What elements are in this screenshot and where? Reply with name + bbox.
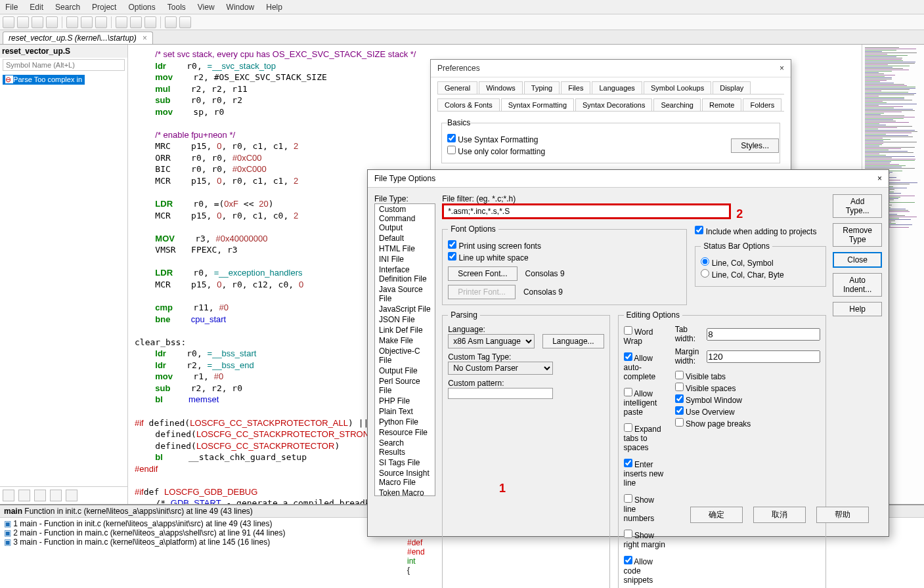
pref-tab-files[interactable]: Files (561, 81, 590, 94)
ok-button[interactable]: 确定 (690, 507, 743, 523)
file-type-item[interactable]: Make File (375, 335, 435, 346)
gear-icon[interactable] (66, 490, 77, 501)
menu-tools[interactable]: Tools (167, 3, 186, 12)
file-type-item[interactable]: Plain Text (375, 406, 435, 417)
tool-redo-icon[interactable] (179, 16, 191, 28)
radio-line-col-char-byte[interactable]: Line, Col, Char, Byte (701, 269, 820, 280)
pref-tab-windows[interactable]: Windows (479, 81, 523, 94)
margin-width-input[interactable] (707, 350, 820, 363)
file-type-item[interactable]: Interface Definition File (375, 264, 435, 284)
file-type-item[interactable]: Search Results (375, 438, 435, 457)
parse-error-item[interactable]: Parse Too complex in (3, 75, 85, 85)
cb-show-line-numbers[interactable]: Show line numbers (624, 494, 667, 523)
pref-tab-folders[interactable]: Folders (743, 98, 781, 111)
cb-use-syntax-formatting[interactable]: Use Syntax Formatting (447, 134, 774, 144)
sort-az-icon[interactable] (3, 490, 14, 501)
pref-tab-languages[interactable]: Languages (592, 81, 642, 94)
pref-tab-colors---fonts[interactable]: Colors & Fonts (437, 98, 500, 111)
cb-include-projects[interactable]: Include when adding to projects (695, 226, 826, 236)
menu-view[interactable]: View (198, 3, 215, 12)
auto-indent-button[interactable]: Auto Indent... (833, 273, 882, 297)
pref-tab-general[interactable]: General (437, 81, 477, 94)
file-type-item[interactable]: Source Insight Macro File (375, 468, 435, 488)
tool-saveall-icon[interactable] (46, 16, 58, 28)
pref-tab-remote[interactable]: Remote (702, 98, 742, 111)
pref-tab-syntax-formatting[interactable]: Syntax Formatting (501, 98, 574, 111)
file-type-item[interactable]: JavaScript File (375, 304, 435, 314)
tab-reset-vector[interactable]: reset_vector_up.S (kernel\...\startup) × (3, 32, 153, 44)
cb-symbol-window[interactable]: Symbol Window (675, 394, 821, 405)
tool-save-icon[interactable] (32, 16, 43, 28)
menu-help[interactable]: Help (266, 3, 282, 12)
cb-expand-tabs-to-spaces[interactable]: Expand tabs to spaces (624, 423, 667, 452)
file-filter-input[interactable]: *.asm;*.inc,*.s,*.S (442, 203, 731, 219)
add-type-button[interactable]: Add Type... (833, 194, 882, 218)
cb-print-screen-fonts[interactable]: Print using screen fonts (448, 240, 681, 251)
menu-file[interactable]: File (5, 3, 18, 12)
tab-width-input[interactable] (707, 328, 820, 341)
file-type-item[interactable]: Python File (375, 417, 435, 427)
cb-only-color-formatting[interactable]: Use only color formatting (447, 146, 774, 156)
file-type-item[interactable]: Perl Source File (375, 376, 435, 396)
file-type-list[interactable]: Custom Command OutputDefaultHTML FileINI… (374, 203, 435, 496)
pref-tab-display[interactable]: Display (713, 81, 751, 94)
file-type-item[interactable]: Token Macro File (375, 488, 435, 496)
tool-copy-icon[interactable] (130, 16, 142, 28)
radio-line-col-symbol[interactable]: Line, Col, Symbol (701, 257, 820, 268)
file-type-item[interactable]: Resource File (375, 427, 435, 438)
cb-allow-code-snippets[interactable]: Allow code snippets (624, 556, 667, 585)
cb-line-up-whitespace[interactable]: Line up white space (448, 252, 681, 262)
file-type-item[interactable]: Link Def File (375, 325, 435, 335)
grid-icon[interactable] (34, 490, 46, 501)
list-icon[interactable] (18, 490, 30, 501)
tool-new-icon[interactable] (3, 16, 14, 28)
cb-allow-intelligent-paste[interactable]: Allow intelligent paste (624, 388, 667, 417)
file-type-item[interactable]: Custom Command Output (375, 204, 435, 233)
cb-visible-spaces[interactable]: Visible spaces (675, 383, 821, 393)
pref-tab-symbol-lookups[interactable]: Symbol Lookups (644, 81, 711, 94)
file-type-item[interactable]: INI File (375, 254, 435, 264)
menu-project[interactable]: Project (92, 3, 116, 12)
styles-button[interactable]: Styles... (731, 138, 779, 153)
pref-tab-syntax-decorations[interactable]: Syntax Decorations (575, 98, 652, 111)
file-type-item[interactable]: SI Tags File (375, 457, 435, 468)
custom-tag-select[interactable]: No Custom Parser (448, 362, 553, 375)
cb-allow-auto-complete[interactable]: Allow auto-complete (624, 352, 667, 381)
language-select[interactable]: x86 Asm Language (448, 334, 535, 348)
tool-cut-icon[interactable] (116, 16, 127, 28)
cb-word-wrap[interactable]: Word Wrap (624, 326, 667, 346)
remove-type-button[interactable]: Remove Type (833, 223, 882, 247)
language-button[interactable]: Language... (542, 334, 604, 348)
tool-open-icon[interactable] (17, 16, 29, 28)
close-icon[interactable]: × (780, 64, 784, 73)
printer-font-button[interactable]: Printer Font... (448, 285, 516, 299)
file-type-item[interactable]: HTML File (375, 243, 435, 254)
tool-paste-icon[interactable] (144, 16, 156, 28)
menu-search[interactable]: Search (55, 3, 80, 12)
file-type-item[interactable]: PHP File (375, 396, 435, 406)
pref-tab-searching[interactable]: Searching (653, 98, 701, 111)
tool-forward-icon[interactable] (81, 16, 93, 28)
cb-use-overview[interactable]: Use Overview (675, 406, 821, 417)
cancel-button[interactable]: 取消 (753, 507, 806, 523)
close-icon[interactable]: × (877, 174, 882, 183)
file-type-item[interactable]: Java Source File (375, 284, 435, 304)
file-type-item[interactable]: Objective-C File (375, 346, 435, 366)
help-footer-button[interactable]: 帮助 (816, 507, 869, 523)
menu-edit[interactable]: Edit (30, 3, 43, 12)
book-icon[interactable] (50, 490, 62, 501)
help-button[interactable]: Help (833, 302, 882, 316)
menu-options[interactable]: Options (128, 3, 155, 12)
file-type-item[interactable]: Default (375, 233, 435, 243)
cb-enter-inserts-new-line[interactable]: Enter inserts new line (624, 459, 667, 488)
symbol-search-input[interactable] (3, 59, 125, 71)
screen-font-button[interactable]: Screen Font... (448, 266, 517, 281)
tool-back-icon[interactable] (66, 16, 78, 28)
close-button[interactable]: Close (833, 252, 882, 268)
cb-visible-tabs[interactable]: Visible tabs (675, 371, 821, 381)
cb-show-page-breaks[interactable]: Show page breaks (675, 418, 821, 429)
close-icon[interactable]: × (143, 33, 147, 43)
pref-tab-typing[interactable]: Typing (524, 81, 560, 94)
tool-up-icon[interactable] (95, 16, 107, 28)
custom-pattern-input[interactable] (448, 388, 553, 399)
